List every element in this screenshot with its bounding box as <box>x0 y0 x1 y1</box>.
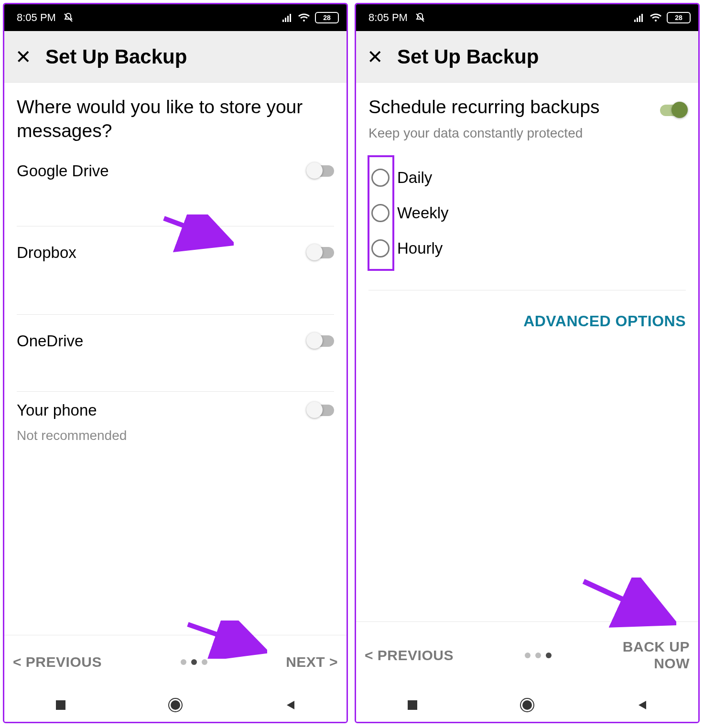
android-nav-bar <box>4 688 347 722</box>
battery-icon: 28 <box>667 12 691 23</box>
close-icon[interactable]: ✕ <box>14 46 33 68</box>
freq-hourly-row[interactable]: Hourly <box>369 231 391 266</box>
svg-point-15 <box>522 700 532 710</box>
page-dots <box>525 653 552 658</box>
radio-label: Hourly <box>397 239 443 257</box>
freq-weekly-row[interactable]: Weekly <box>369 195 391 231</box>
app-bar: ✕ Set Up Backup <box>356 31 698 83</box>
svg-rect-3 <box>290 14 291 22</box>
option-label: OneDrive <box>17 332 83 350</box>
schedule-subtitle: Keep your data constantly protected <box>368 126 686 141</box>
status-bar: 8:05 PM 28 <box>356 4 698 31</box>
backup-now-button[interactable]: BACK UPNOW <box>623 639 690 672</box>
option-dropbox[interactable]: Dropbox <box>17 226 334 315</box>
signal-icon <box>634 13 645 22</box>
svg-rect-4 <box>56 700 65 710</box>
option-label: Google Drive <box>17 162 109 180</box>
radio-hourly[interactable] <box>371 239 390 257</box>
svg-rect-2 <box>287 16 289 22</box>
app-bar-title: Set Up Backup <box>397 45 539 68</box>
back-icon[interactable] <box>636 699 648 711</box>
next-button[interactable]: NEXT > <box>286 654 338 670</box>
radio-label: Weekly <box>397 204 449 222</box>
status-time: 8:05 PM <box>17 11 56 24</box>
close-icon[interactable]: ✕ <box>366 46 385 68</box>
page-dots <box>181 659 207 665</box>
schedule-heading: Schedule recurring backups <box>368 95 650 119</box>
wifi-icon <box>650 13 662 22</box>
radio-daily[interactable] <box>371 169 390 187</box>
option-label: Dropbox <box>17 244 76 262</box>
page-heading: Where would you like to store your messa… <box>17 95 334 143</box>
content-storage: Where would you like to store your messa… <box>4 83 347 635</box>
app-bar-title: Set Up Backup <box>45 45 187 68</box>
battery-icon: 28 <box>315 12 339 23</box>
app-bar: ✕ Set Up Backup <box>4 31 347 83</box>
status-bar: 8:05 PM 28 <box>4 4 347 31</box>
wizard-footer: < PREVIOUS NEXT > <box>4 635 347 688</box>
radio-label: Daily <box>397 169 432 187</box>
recents-icon[interactable] <box>54 699 67 711</box>
frequency-group-highlight: Daily Weekly Hourly <box>368 155 394 271</box>
content-schedule: Schedule recurring backups Keep your dat… <box>356 83 698 621</box>
svg-rect-12 <box>641 14 643 22</box>
android-nav-bar <box>356 688 698 722</box>
option-subtitle: Not recommended <box>17 428 334 443</box>
svg-rect-11 <box>639 16 640 22</box>
dnd-icon <box>414 12 426 23</box>
previous-button[interactable]: < PREVIOUS <box>365 647 454 664</box>
status-time: 8:05 PM <box>368 11 408 24</box>
previous-button[interactable]: < PREVIOUS <box>13 654 102 670</box>
svg-rect-9 <box>634 20 636 22</box>
option-your-phone[interactable]: Your phone Not recommended <box>17 392 334 462</box>
toggle-schedule[interactable] <box>660 105 686 116</box>
dnd-icon <box>63 12 74 23</box>
toggle-google-drive[interactable] <box>308 165 334 177</box>
toggle-dropbox[interactable] <box>308 247 334 258</box>
wifi-icon <box>298 13 310 22</box>
svg-rect-0 <box>282 20 284 22</box>
toggle-onedrive[interactable] <box>308 335 334 347</box>
phone-left: 8:05 PM 28 ✕ Set Up Backup Where would y… <box>3 3 348 723</box>
option-label: Your phone <box>17 401 97 419</box>
freq-daily-row[interactable]: Daily <box>369 160 391 195</box>
option-google-drive[interactable]: Google Drive <box>17 162 334 226</box>
home-icon[interactable] <box>167 697 184 713</box>
radio-weekly[interactable] <box>371 204 390 222</box>
svg-rect-13 <box>408 700 417 710</box>
svg-point-6 <box>171 700 180 710</box>
svg-rect-10 <box>637 18 638 22</box>
back-icon[interactable] <box>284 699 296 711</box>
toggle-your-phone[interactable] <box>308 405 334 416</box>
home-icon[interactable] <box>519 697 535 713</box>
signal-icon <box>282 13 293 22</box>
advanced-options-link[interactable]: ADVANCED OPTIONS <box>523 312 686 330</box>
recents-icon[interactable] <box>406 699 419 711</box>
option-onedrive[interactable]: OneDrive <box>17 315 334 392</box>
wizard-footer: < PREVIOUS BACK UPNOW <box>356 621 698 688</box>
phone-right: 8:05 PM 28 ✕ Set Up Backup Schedule recu… <box>355 3 700 723</box>
svg-rect-1 <box>285 18 286 22</box>
